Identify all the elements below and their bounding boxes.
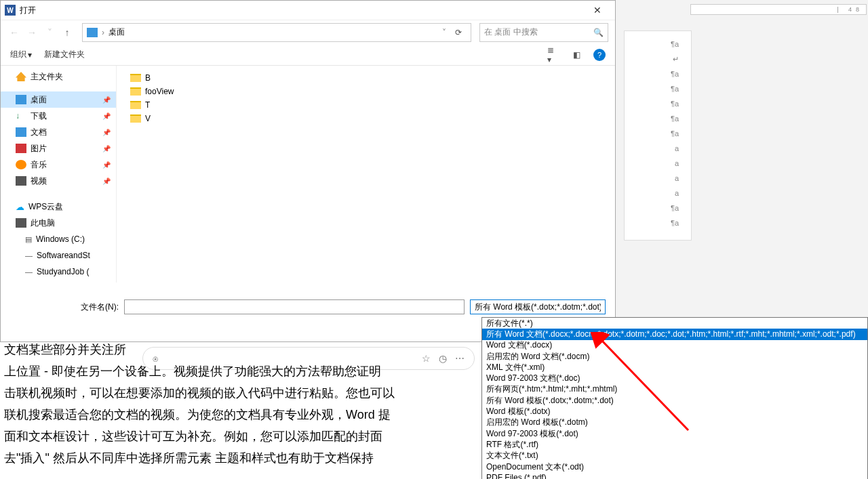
- sidebar-item-label: StudyandJob (: [37, 267, 89, 276]
- file-type-dropdown[interactable]: 所有文件(*.*)所有 Word 文档(*.docx;*.docm;*.dotx…: [481, 317, 868, 479]
- dropdown-option[interactable]: RTF 格式(*.rtf): [482, 439, 867, 450]
- file-name: V: [145, 114, 151, 123]
- pin-icon: 📌: [102, 161, 111, 169]
- dropdown-option[interactable]: 所有文件(*.*): [482, 318, 867, 329]
- sidebar-item-label: 下载: [31, 110, 47, 122]
- sidebar-item-downloads[interactable]: ↓下载📌: [1, 108, 116, 124]
- breadcrumb-separator-icon: ›: [102, 28, 104, 37]
- pin-icon: 📌: [102, 145, 111, 152]
- sidebar-item-label: 文档: [31, 127, 47, 138]
- download-icon: ↓: [16, 111, 26, 121]
- sidebar-item-desktop[interactable]: 桌面📌: [1, 91, 116, 108]
- music-icon: [16, 160, 26, 169]
- word-app-icon: W: [5, 5, 16, 16]
- desktop-icon: [87, 28, 98, 37]
- dropdown-option[interactable]: 所有 Word 模板(*.dotx;*.dotm;*.dot): [482, 395, 867, 406]
- sidebar-item-drive-e[interactable]: —StudyandJob (: [1, 264, 116, 280]
- video-icon: [16, 176, 26, 186]
- pin-icon: 📌: [102, 112, 111, 120]
- sidebar-item-label: Windows (C:): [36, 234, 85, 244]
- file-name: B: [145, 73, 151, 83]
- sidebar-item-drive-c[interactable]: ▤Windows (C:): [1, 231, 116, 247]
- file-item[interactable]: B: [130, 71, 601, 85]
- help-icon[interactable]: ?: [593, 49, 606, 61]
- sidebar-item-label: WPS云盘: [28, 201, 63, 213]
- address-bar[interactable]: › 桌面 ˅ ⟳: [82, 23, 471, 42]
- sidebar-item-drive-d[interactable]: —SoftwareandSt: [1, 247, 116, 264]
- preview-pane-icon[interactable]: ◧: [570, 49, 583, 61]
- drive-icon: —: [25, 268, 33, 276]
- dialog-navbar: ← → ˅ ↑ › 桌面 ˅ ⟳ 在 桌面 中搜索 🔍: [1, 20, 615, 44]
- dropdown-option[interactable]: Word 97-2003 文档(*.doc): [482, 373, 867, 383]
- file-list[interactable]: BfooViewTV: [116, 66, 615, 283]
- folder-icon: [130, 74, 141, 82]
- sidebar-item-music[interactable]: 音乐📌: [1, 157, 116, 173]
- folder-icon: [130, 87, 141, 96]
- nav-back-button[interactable]: ←: [7, 26, 21, 39]
- picture-icon: [16, 144, 26, 153]
- word-ruler: | 48: [690, 4, 867, 15]
- file-type-filter[interactable]: 所有 Word 模板(*.dotx;*.dotm;*.dot): [470, 299, 606, 314]
- drive-icon: —: [25, 251, 33, 259]
- folder-icon: [130, 114, 141, 123]
- sidebar-item-home[interactable]: 主文件夹: [1, 68, 116, 85]
- sidebar: 主文件夹 桌面📌 ↓下载📌 文档📌 图片📌 音乐📌 视频📌 ☁WPS云盘 此电脑…: [1, 66, 116, 283]
- sidebar-item-pictures[interactable]: 图片📌: [1, 140, 116, 157]
- dropdown-option[interactable]: Word 97-2003 模板(*.dot): [482, 428, 867, 439]
- pin-icon: 📌: [102, 96, 111, 104]
- drive-icon: ▤: [25, 235, 32, 244]
- dropdown-option[interactable]: XML 文件(*.xml): [482, 362, 867, 373]
- sidebar-item-wps[interactable]: ☁WPS云盘: [1, 199, 116, 215]
- pin-icon: 📌: [102, 178, 111, 185]
- dialog-title: 打开: [20, 5, 584, 16]
- sidebar-item-videos[interactable]: 视频📌: [1, 173, 116, 189]
- dialog-toolbar: 组织 ▾ 新建文件夹 ≣ ▾ ◧ ?: [1, 44, 615, 66]
- open-file-dialog: W 打开 ✕ ← → ˅ ↑ › 桌面 ˅ ⟳ 在 桌面 中搜索 🔍 组织 ▾ …: [0, 0, 616, 342]
- nav-up-button[interactable]: ↑: [60, 26, 74, 39]
- word-document-page: ¶a↵¶a¶a¶a¶a¶aaaaa¶a¶a: [624, 30, 692, 241]
- sidebar-item-label: SoftwareandSt: [37, 251, 90, 260]
- organize-button[interactable]: 组织 ▾: [10, 49, 32, 60]
- filename-input[interactable]: [124, 299, 465, 314]
- sidebar-item-label: 图片: [31, 143, 47, 154]
- folder-icon: [130, 101, 141, 109]
- sidebar-item-label: 主文件夹: [31, 71, 63, 83]
- chevron-down-icon: ▾: [28, 50, 32, 60]
- sidebar-item-thispc[interactable]: 此电脑: [1, 215, 116, 231]
- pc-icon: [16, 218, 26, 228]
- dialog-titlebar: W 打开 ✕: [1, 1, 615, 20]
- dropdown-option[interactable]: 启用宏的 Word 模板(*.dotm): [482, 417, 867, 428]
- dialog-close-button[interactable]: ✕: [584, 1, 611, 20]
- breadcrumb-location[interactable]: 桌面: [108, 26, 125, 38]
- search-input[interactable]: 在 桌面 中搜索 🔍: [479, 23, 608, 42]
- dropdown-option[interactable]: Word 文档(*.docx): [482, 340, 867, 351]
- dropdown-option[interactable]: Word 模板(*.dotx): [482, 406, 867, 417]
- sidebar-item-documents[interactable]: 文档📌: [1, 124, 116, 140]
- dropdown-option[interactable]: PDF Files (*.pdf): [482, 472, 867, 479]
- home-icon: [16, 72, 26, 81]
- file-item[interactable]: fooView: [130, 85, 601, 98]
- dropdown-option[interactable]: OpenDocument 文本(*.odt): [482, 461, 867, 472]
- file-name: fooView: [145, 87, 174, 96]
- nav-dropdown-icon[interactable]: ˅: [43, 26, 56, 39]
- chevron-down-icon[interactable]: ˅: [442, 28, 446, 37]
- desktop-icon: [16, 95, 26, 104]
- sidebar-item-label: 桌面: [31, 94, 47, 106]
- dropdown-option[interactable]: 所有 Word 文档(*.docx;*.docm;*.dotx;*.dotm;*…: [482, 329, 867, 339]
- sidebar-item-label: 此电脑: [31, 217, 55, 229]
- refresh-icon[interactable]: ⟳: [450, 28, 467, 37]
- filename-row: 文件名(N): 所有 Word 模板(*.dotx;*.dotm;*.dot): [1, 297, 615, 317]
- search-icon: 🔍: [593, 28, 604, 37]
- filter-current-value: 所有 Word 模板(*.dotx;*.dotm;*.dot): [475, 301, 601, 313]
- dropdown-option[interactable]: 启用宏的 Word 文档(*.docm): [482, 351, 867, 362]
- document-icon: [16, 127, 26, 137]
- nav-forward-button[interactable]: →: [25, 26, 39, 39]
- new-folder-button[interactable]: 新建文件夹: [44, 49, 85, 60]
- file-item[interactable]: T: [130, 98, 601, 112]
- view-list-icon[interactable]: ≣ ▾: [547, 49, 559, 61]
- file-item[interactable]: V: [130, 112, 601, 125]
- file-name: T: [145, 100, 150, 110]
- sidebar-item-label: 音乐: [31, 159, 47, 171]
- dropdown-option[interactable]: 文本文件(*.txt): [482, 451, 867, 461]
- dropdown-option[interactable]: 所有网页(*.htm;*.html;*.mht;*.mhtml): [482, 384, 867, 395]
